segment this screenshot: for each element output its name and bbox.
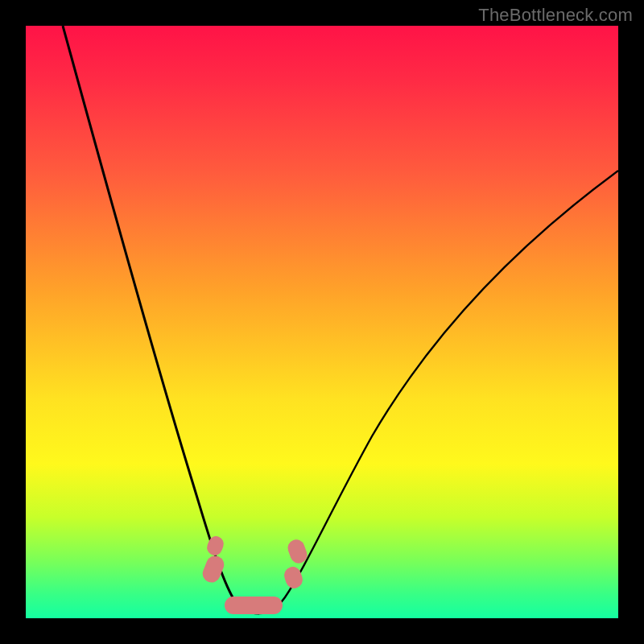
valley-marker-bottom (225, 597, 283, 614)
bottleneck-plot (26, 26, 618, 618)
curve-right-arm (259, 171, 618, 613)
bottleneck-curve (26, 26, 618, 618)
watermark-text: TheBottleneck.com (478, 5, 633, 26)
curve-left-arm (63, 26, 259, 613)
stage: TheBottleneck.com (0, 0, 644, 644)
